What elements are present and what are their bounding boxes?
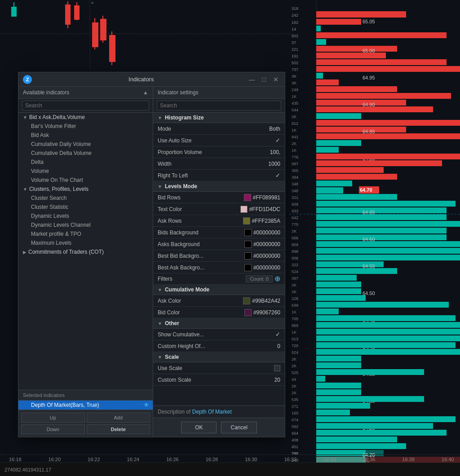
setting-proportion-value[interactable]: 100, [270,149,280,155]
description-prefix: Description of [158,409,190,415]
ask-rows-swatch[interactable] [243,217,250,225]
svg-text:666: 666 [292,236,298,240]
setting-use-scale-toggle[interactable] [274,365,280,371]
svg-text:318: 318 [292,6,298,11]
add-button[interactable]: Add [87,413,150,423]
setting-text-color-label: Text Color [158,206,240,212]
setting-show-cumulative-check[interactable]: ✓ [275,331,280,338]
minimize-button[interactable]: — [247,75,257,84]
tree-item-cumulative-daily[interactable]: Cumulative Daily Volume [18,140,153,149]
setting-best-ask-bg-value[interactable]: #00000000 [244,264,280,271]
best-ask-bg-swatch[interactable] [244,264,252,271]
delete-button[interactable]: Delete [87,424,150,434]
setting-best-bid-bg-value[interactable]: #00000000 [244,252,280,260]
tree-item-delta[interactable]: Delta [18,158,153,167]
settings-search-input[interactable] [157,101,281,110]
section-arrow-5: ▼ [158,355,162,360]
section-levels-mode[interactable]: ▼ Levels Mode [153,181,285,192]
tree-group-bid-ask[interactable]: ▼ Bid x Ask,Delta,Volume [18,113,153,122]
svg-text:37: 37 [292,40,296,45]
svg-rect-131 [316,342,456,348]
best-bid-bg-swatch[interactable] [244,252,252,260]
setting-asks-bg-value[interactable]: #00000000 [244,241,280,248]
tree-item-volume-on-chart[interactable]: Volume On The Chart [18,176,153,185]
settings-scroll[interactable]: ▼ Histogram Size Mode Both Use Auto Size… [153,113,285,405]
svg-text:2K: 2K [292,391,296,395]
filters-label: Filters [158,276,246,282]
setting-custom-height-value[interactable]: 0 [277,343,280,349]
svg-rect-110 [316,282,361,287]
svg-text:642: 642 [292,216,298,220]
tree-item-dynamic-levels-channel[interactable]: Dynamic Levels Channel [18,220,153,229]
filters-add-button[interactable]: ⊕ [274,275,280,282]
svg-text:3K: 3K [292,74,296,79]
asks-bg-swatch[interactable] [244,241,252,248]
tree-item-bars-volume-filter[interactable]: Bar's Volume Filter [18,122,153,131]
bids-bg-swatch[interactable] [244,229,252,236]
volume-profile: 242 318 162 14 65.05 502 37 221 191 65.0… [289,0,460,463]
svg-rect-93 [316,234,447,240]
svg-text:737: 737 [292,67,298,72]
svg-rect-100 [316,255,460,260]
svg-rect-38 [316,73,323,79]
close-button[interactable]: ✕ [271,75,280,84]
svg-text:64.95: 64.95 [363,75,375,80]
tree-group-clusters[interactable]: ▼ Clusters, Profiles, Levels [18,185,153,194]
svg-text:1K: 1K [292,310,296,314]
tree-item-cluster-search[interactable]: Cluster Search [18,194,153,203]
tree-item-volume[interactable]: Volume [18,167,153,176]
bid-color-swatch[interactable] [244,309,252,316]
setting-auto-size-check[interactable]: ✓ [275,137,280,144]
indicator-settings-header: Indicator settings [153,87,285,99]
section-other[interactable]: ▼ Other [153,318,285,329]
svg-rect-59 [316,133,460,139]
indicator-search-input[interactable] [22,101,149,110]
svg-text:2K: 2K [292,364,296,368]
setting-text-color-value[interactable]: #FFD1D4DC [240,206,280,213]
svg-rect-20 [316,19,361,25]
cancel-button[interactable]: Cancel [221,422,257,433]
indicator-tree-scroll[interactable]: ▼ Bid x Ask,Delta,Volume Bar's Volume Fi… [18,113,153,390]
tree-item-bid-ask[interactable]: Bid Ask [18,131,153,140]
svg-text:160: 160 [292,411,298,415]
svg-rect-11 [109,35,115,62]
ok-button[interactable]: OK [181,422,217,433]
setting-mode-value[interactable]: Both [269,126,280,132]
description-link[interactable]: Depth Of Market [192,409,232,415]
setting-mode-label: Mode [158,126,269,132]
tree-item-cluster-statistic[interactable]: Cluster Statistic [18,203,153,212]
setting-bid-color-value[interactable]: #99067260 [244,309,280,316]
available-indicators-header: Available indicators ▲ [18,87,153,99]
setting-bid-rows-value[interactable]: #FF089981 [244,194,280,201]
section-cumulative-mode[interactable]: ▼ Cumulative Mode [153,285,285,295]
setting-custom-scale-value[interactable]: 20 [274,377,280,383]
down-button[interactable]: Down [21,424,85,434]
tree-item-cumulative-delta[interactable]: Cumulative Delta Volume [18,149,153,158]
maximize-button[interactable]: □ [261,75,268,84]
text-color-swatch[interactable] [240,206,248,213]
tree-item-market-profile[interactable]: Market profile & TPO [18,229,153,238]
selected-indicators-label: Selected indicators [18,390,153,401]
tree-group-cot[interactable]: ▶ Commitments of Traders (COT) [18,247,153,256]
setting-width-value[interactable]: 1000 [268,161,280,167]
selected-indicator-item[interactable]: Depth Of Market(Bars, True) 👁 [18,401,153,410]
ask-color-swatch[interactable] [243,297,250,304]
up-button[interactable]: Up [21,413,85,423]
setting-bid-rows-label: Bid Rows [158,194,244,201]
tree-item-dynamic-levels[interactable]: Dynamic Levels [18,212,153,220]
setting-ask-color: Ask Color #99B42A42 [153,295,285,307]
setting-ask-color-value[interactable]: #99B42A42 [243,297,280,304]
tree-item-maximum-levels[interactable]: Maximum Levels [18,238,153,247]
use-scale-checkbox[interactable] [274,365,280,371]
section-histogram-size[interactable]: ▼ Histogram Size [153,113,285,123]
bid-rows-swatch[interactable] [244,194,251,201]
visibility-icon[interactable]: 👁 [144,402,149,408]
svg-rect-126 [316,329,460,335]
svg-text:2K: 2K [292,141,296,146]
setting-bids-bg-value[interactable]: #00000000 [244,229,280,236]
setting-ask-rows-value[interactable]: #FFF2385A [243,217,280,225]
section-arrow-3: ▼ [158,287,162,292]
section-scale[interactable]: ▼ Scale [153,352,285,362]
setting-rtl-check[interactable]: ✓ [275,172,280,179]
svg-text:321: 321 [292,195,298,200]
